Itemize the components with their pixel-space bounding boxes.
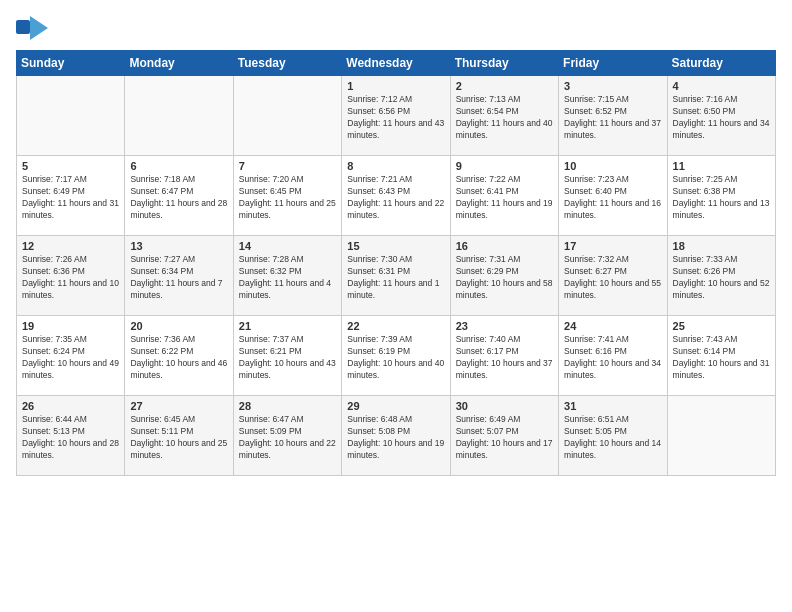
- day-number: 15: [347, 240, 444, 252]
- logo-icon: [16, 16, 48, 40]
- calendar-cell: [667, 396, 775, 476]
- day-number: 29: [347, 400, 444, 412]
- day-info: Sunrise: 7:22 AM Sunset: 6:41 PM Dayligh…: [456, 174, 553, 222]
- calendar-cell: 6Sunrise: 7:18 AM Sunset: 6:47 PM Daylig…: [125, 156, 233, 236]
- calendar-cell: [17, 76, 125, 156]
- calendar-cell: 27Sunrise: 6:45 AM Sunset: 5:11 PM Dayli…: [125, 396, 233, 476]
- day-info: Sunrise: 6:49 AM Sunset: 5:07 PM Dayligh…: [456, 414, 553, 462]
- day-info: Sunrise: 7:27 AM Sunset: 6:34 PM Dayligh…: [130, 254, 227, 302]
- day-info: Sunrise: 7:18 AM Sunset: 6:47 PM Dayligh…: [130, 174, 227, 222]
- day-info: Sunrise: 7:31 AM Sunset: 6:29 PM Dayligh…: [456, 254, 553, 302]
- day-number: 21: [239, 320, 336, 332]
- day-info: Sunrise: 7:13 AM Sunset: 6:54 PM Dayligh…: [456, 94, 553, 142]
- day-number: 4: [673, 80, 770, 92]
- day-info: Sunrise: 7:16 AM Sunset: 6:50 PM Dayligh…: [673, 94, 770, 142]
- page-header: [16, 16, 776, 40]
- day-number: 14: [239, 240, 336, 252]
- calendar-cell: 26Sunrise: 6:44 AM Sunset: 5:13 PM Dayli…: [17, 396, 125, 476]
- calendar-cell: 25Sunrise: 7:43 AM Sunset: 6:14 PM Dayli…: [667, 316, 775, 396]
- calendar-cell: 5Sunrise: 7:17 AM Sunset: 6:49 PM Daylig…: [17, 156, 125, 236]
- day-number: 6: [130, 160, 227, 172]
- calendar-cell: 17Sunrise: 7:32 AM Sunset: 6:27 PM Dayli…: [559, 236, 667, 316]
- calendar-cell: 10Sunrise: 7:23 AM Sunset: 6:40 PM Dayli…: [559, 156, 667, 236]
- day-number: 3: [564, 80, 661, 92]
- day-number: 7: [239, 160, 336, 172]
- calendar-cell: 14Sunrise: 7:28 AM Sunset: 6:32 PM Dayli…: [233, 236, 341, 316]
- day-number: 1: [347, 80, 444, 92]
- day-info: Sunrise: 7:43 AM Sunset: 6:14 PM Dayligh…: [673, 334, 770, 382]
- day-number: 24: [564, 320, 661, 332]
- calendar-cell: 13Sunrise: 7:27 AM Sunset: 6:34 PM Dayli…: [125, 236, 233, 316]
- svg-rect-0: [16, 20, 30, 34]
- calendar-week-row: 19Sunrise: 7:35 AM Sunset: 6:24 PM Dayli…: [17, 316, 776, 396]
- day-number: 2: [456, 80, 553, 92]
- day-number: 28: [239, 400, 336, 412]
- day-info: Sunrise: 7:26 AM Sunset: 6:36 PM Dayligh…: [22, 254, 119, 302]
- day-number: 23: [456, 320, 553, 332]
- calendar-header-tuesday: Tuesday: [233, 51, 341, 76]
- day-info: Sunrise: 6:48 AM Sunset: 5:08 PM Dayligh…: [347, 414, 444, 462]
- logo: [16, 16, 48, 40]
- day-info: Sunrise: 6:51 AM Sunset: 5:05 PM Dayligh…: [564, 414, 661, 462]
- calendar-cell: 3Sunrise: 7:15 AM Sunset: 6:52 PM Daylig…: [559, 76, 667, 156]
- calendar-cell: [233, 76, 341, 156]
- calendar-week-row: 26Sunrise: 6:44 AM Sunset: 5:13 PM Dayli…: [17, 396, 776, 476]
- day-number: 12: [22, 240, 119, 252]
- day-info: Sunrise: 6:47 AM Sunset: 5:09 PM Dayligh…: [239, 414, 336, 462]
- day-number: 26: [22, 400, 119, 412]
- calendar-week-row: 1Sunrise: 7:12 AM Sunset: 6:56 PM Daylig…: [17, 76, 776, 156]
- calendar-header-row: SundayMondayTuesdayWednesdayThursdayFrid…: [17, 51, 776, 76]
- day-number: 31: [564, 400, 661, 412]
- calendar-cell: 8Sunrise: 7:21 AM Sunset: 6:43 PM Daylig…: [342, 156, 450, 236]
- calendar-header-saturday: Saturday: [667, 51, 775, 76]
- day-number: 30: [456, 400, 553, 412]
- calendar-cell: [125, 76, 233, 156]
- calendar-cell: 1Sunrise: 7:12 AM Sunset: 6:56 PM Daylig…: [342, 76, 450, 156]
- day-number: 5: [22, 160, 119, 172]
- calendar-cell: 16Sunrise: 7:31 AM Sunset: 6:29 PM Dayli…: [450, 236, 558, 316]
- day-info: Sunrise: 7:20 AM Sunset: 6:45 PM Dayligh…: [239, 174, 336, 222]
- calendar-table: SundayMondayTuesdayWednesdayThursdayFrid…: [16, 50, 776, 476]
- calendar-cell: 2Sunrise: 7:13 AM Sunset: 6:54 PM Daylig…: [450, 76, 558, 156]
- day-info: Sunrise: 7:36 AM Sunset: 6:22 PM Dayligh…: [130, 334, 227, 382]
- day-info: Sunrise: 7:25 AM Sunset: 6:38 PM Dayligh…: [673, 174, 770, 222]
- calendar-cell: 20Sunrise: 7:36 AM Sunset: 6:22 PM Dayli…: [125, 316, 233, 396]
- calendar-cell: 24Sunrise: 7:41 AM Sunset: 6:16 PM Dayli…: [559, 316, 667, 396]
- day-number: 22: [347, 320, 444, 332]
- day-info: Sunrise: 7:12 AM Sunset: 6:56 PM Dayligh…: [347, 94, 444, 142]
- day-number: 16: [456, 240, 553, 252]
- day-number: 13: [130, 240, 227, 252]
- day-number: 8: [347, 160, 444, 172]
- calendar-cell: 22Sunrise: 7:39 AM Sunset: 6:19 PM Dayli…: [342, 316, 450, 396]
- calendar-cell: 19Sunrise: 7:35 AM Sunset: 6:24 PM Dayli…: [17, 316, 125, 396]
- day-number: 9: [456, 160, 553, 172]
- day-info: Sunrise: 6:44 AM Sunset: 5:13 PM Dayligh…: [22, 414, 119, 462]
- calendar-cell: 23Sunrise: 7:40 AM Sunset: 6:17 PM Dayli…: [450, 316, 558, 396]
- calendar-cell: 11Sunrise: 7:25 AM Sunset: 6:38 PM Dayli…: [667, 156, 775, 236]
- day-number: 25: [673, 320, 770, 332]
- calendar-cell: 18Sunrise: 7:33 AM Sunset: 6:26 PM Dayli…: [667, 236, 775, 316]
- day-info: Sunrise: 7:15 AM Sunset: 6:52 PM Dayligh…: [564, 94, 661, 142]
- day-number: 27: [130, 400, 227, 412]
- day-number: 11: [673, 160, 770, 172]
- svg-marker-1: [30, 16, 48, 40]
- calendar-header-friday: Friday: [559, 51, 667, 76]
- calendar-header-thursday: Thursday: [450, 51, 558, 76]
- calendar-cell: 28Sunrise: 6:47 AM Sunset: 5:09 PM Dayli…: [233, 396, 341, 476]
- calendar-cell: 7Sunrise: 7:20 AM Sunset: 6:45 PM Daylig…: [233, 156, 341, 236]
- day-number: 20: [130, 320, 227, 332]
- day-number: 10: [564, 160, 661, 172]
- calendar-header-monday: Monday: [125, 51, 233, 76]
- calendar-week-row: 12Sunrise: 7:26 AM Sunset: 6:36 PM Dayli…: [17, 236, 776, 316]
- calendar-cell: 15Sunrise: 7:30 AM Sunset: 6:31 PM Dayli…: [342, 236, 450, 316]
- day-info: Sunrise: 7:39 AM Sunset: 6:19 PM Dayligh…: [347, 334, 444, 382]
- day-number: 18: [673, 240, 770, 252]
- day-info: Sunrise: 7:32 AM Sunset: 6:27 PM Dayligh…: [564, 254, 661, 302]
- calendar-cell: 9Sunrise: 7:22 AM Sunset: 6:41 PM Daylig…: [450, 156, 558, 236]
- day-info: Sunrise: 7:37 AM Sunset: 6:21 PM Dayligh…: [239, 334, 336, 382]
- calendar-cell: 4Sunrise: 7:16 AM Sunset: 6:50 PM Daylig…: [667, 76, 775, 156]
- day-number: 19: [22, 320, 119, 332]
- calendar-cell: 30Sunrise: 6:49 AM Sunset: 5:07 PM Dayli…: [450, 396, 558, 476]
- calendar-header-wednesday: Wednesday: [342, 51, 450, 76]
- day-info: Sunrise: 7:23 AM Sunset: 6:40 PM Dayligh…: [564, 174, 661, 222]
